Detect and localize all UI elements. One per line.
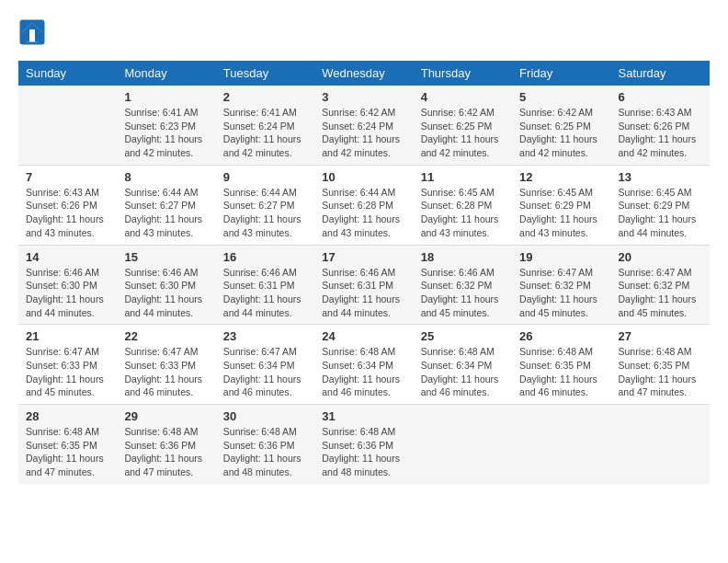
day-info: Sunrise: 6:48 AM Sunset: 6:34 PM Dayligh… — [421, 345, 505, 399]
calendar-cell: 17Sunrise: 6:46 AM Sunset: 6:31 PM Dayli… — [314, 245, 413, 325]
day-number: 18 — [421, 250, 505, 264]
day-number: 2 — [223, 90, 307, 104]
day-info: Sunrise: 6:48 AM Sunset: 6:35 PM Dayligh… — [519, 345, 603, 399]
calendar-cell: 26Sunrise: 6:48 AM Sunset: 6:35 PM Dayli… — [512, 325, 610, 405]
day-number: 31 — [322, 409, 405, 423]
day-info: Sunrise: 6:42 AM Sunset: 6:24 PM Dayligh… — [322, 106, 405, 160]
calendar-cell: 20Sunrise: 6:47 AM Sunset: 6:32 PM Dayli… — [611, 245, 710, 325]
day-info: Sunrise: 6:45 AM Sunset: 6:29 PM Dayligh… — [519, 186, 603, 240]
calendar-cell: 14Sunrise: 6:46 AM Sunset: 6:30 PM Dayli… — [18, 245, 117, 325]
calendar-cell — [414, 405, 512, 484]
day-number: 24 — [322, 329, 405, 343]
day-info: Sunrise: 6:48 AM Sunset: 6:35 PM Dayligh… — [26, 425, 109, 479]
day-number: 19 — [519, 250, 603, 264]
calendar-week-row: 28Sunrise: 6:48 AM Sunset: 6:35 PM Dayli… — [18, 405, 710, 484]
calendar-week-row: 14Sunrise: 6:46 AM Sunset: 6:30 PM Dayli… — [18, 245, 710, 325]
calendar-cell: 22Sunrise: 6:47 AM Sunset: 6:33 PM Dayli… — [117, 325, 215, 405]
day-info: Sunrise: 6:44 AM Sunset: 6:27 PM Dayligh… — [223, 186, 307, 240]
calendar-cell: 7Sunrise: 6:43 AM Sunset: 6:26 PM Daylig… — [18, 165, 117, 245]
day-info: Sunrise: 6:43 AM Sunset: 6:26 PM Dayligh… — [26, 186, 109, 240]
day-number: 30 — [223, 409, 307, 423]
day-info: Sunrise: 6:48 AM Sunset: 6:36 PM Dayligh… — [322, 425, 405, 479]
header — [18, 18, 710, 46]
calendar-cell: 2Sunrise: 6:41 AM Sunset: 6:24 PM Daylig… — [216, 86, 314, 165]
day-info: Sunrise: 6:48 AM Sunset: 6:34 PM Dayligh… — [322, 345, 405, 399]
calendar-cell: 31Sunrise: 6:48 AM Sunset: 6:36 PM Dayli… — [314, 405, 413, 484]
weekday-header-friday: Friday — [512, 61, 610, 86]
weekday-header-wednesday: Wednesday — [314, 61, 413, 86]
weekday-header-monday: Monday — [117, 61, 215, 86]
calendar-cell — [18, 86, 117, 165]
day-number: 14 — [26, 250, 109, 264]
calendar-cell: 15Sunrise: 6:46 AM Sunset: 6:30 PM Dayli… — [117, 245, 215, 325]
calendar-cell: 18Sunrise: 6:46 AM Sunset: 6:32 PM Dayli… — [414, 245, 512, 325]
calendar-cell: 28Sunrise: 6:48 AM Sunset: 6:35 PM Dayli… — [18, 405, 117, 484]
day-number: 6 — [619, 90, 702, 104]
logo — [18, 18, 48, 46]
calendar-cell: 25Sunrise: 6:48 AM Sunset: 6:34 PM Dayli… — [414, 325, 512, 405]
day-number: 3 — [322, 90, 405, 104]
day-number: 29 — [124, 409, 208, 423]
calendar-cell: 23Sunrise: 6:47 AM Sunset: 6:34 PM Dayli… — [216, 325, 314, 405]
calendar-cell: 1Sunrise: 6:41 AM Sunset: 6:23 PM Daylig… — [117, 86, 215, 165]
day-info: Sunrise: 6:47 AM Sunset: 6:32 PM Dayligh… — [619, 266, 702, 320]
day-info: Sunrise: 6:45 AM Sunset: 6:28 PM Dayligh… — [421, 186, 505, 240]
calendar-table: SundayMondayTuesdayWednesdayThursdayFrid… — [18, 61, 710, 484]
day-info: Sunrise: 6:41 AM Sunset: 6:24 PM Dayligh… — [223, 106, 307, 160]
day-number: 8 — [124, 170, 208, 184]
day-info: Sunrise: 6:42 AM Sunset: 6:25 PM Dayligh… — [421, 106, 505, 160]
calendar-cell: 11Sunrise: 6:45 AM Sunset: 6:28 PM Dayli… — [414, 165, 512, 245]
calendar-cell: 4Sunrise: 6:42 AM Sunset: 6:25 PM Daylig… — [414, 86, 512, 165]
day-number: 10 — [322, 170, 405, 184]
calendar-cell: 24Sunrise: 6:48 AM Sunset: 6:34 PM Dayli… — [314, 325, 413, 405]
day-number: 4 — [421, 90, 505, 104]
calendar-cell: 13Sunrise: 6:45 AM Sunset: 6:29 PM Dayli… — [611, 165, 710, 245]
calendar-cell: 12Sunrise: 6:45 AM Sunset: 6:29 PM Dayli… — [512, 165, 610, 245]
calendar-cell: 30Sunrise: 6:48 AM Sunset: 6:36 PM Dayli… — [216, 405, 314, 484]
calendar-cell: 10Sunrise: 6:44 AM Sunset: 6:28 PM Dayli… — [314, 165, 413, 245]
day-info: Sunrise: 6:47 AM Sunset: 6:34 PM Dayligh… — [223, 345, 307, 399]
weekday-header-thursday: Thursday — [414, 61, 512, 86]
day-number: 17 — [322, 250, 405, 264]
day-info: Sunrise: 6:41 AM Sunset: 6:23 PM Dayligh… — [124, 106, 208, 160]
calendar-cell — [611, 405, 710, 484]
day-number: 15 — [124, 250, 208, 264]
calendar-week-row: 1Sunrise: 6:41 AM Sunset: 6:23 PM Daylig… — [18, 86, 710, 165]
day-info: Sunrise: 6:46 AM Sunset: 6:30 PM Dayligh… — [26, 266, 109, 320]
day-info: Sunrise: 6:42 AM Sunset: 6:25 PM Dayligh… — [519, 106, 603, 160]
calendar-cell: 29Sunrise: 6:48 AM Sunset: 6:36 PM Dayli… — [117, 405, 215, 484]
day-number: 22 — [124, 329, 208, 343]
weekday-header-sunday: Sunday — [18, 61, 117, 86]
day-info: Sunrise: 6:46 AM Sunset: 6:31 PM Dayligh… — [322, 266, 405, 320]
logo-icon — [18, 18, 46, 46]
calendar-cell: 19Sunrise: 6:47 AM Sunset: 6:32 PM Dayli… — [512, 245, 610, 325]
day-info: Sunrise: 6:47 AM Sunset: 6:33 PM Dayligh… — [124, 345, 208, 399]
calendar-cell: 21Sunrise: 6:47 AM Sunset: 6:33 PM Dayli… — [18, 325, 117, 405]
calendar-cell: 27Sunrise: 6:48 AM Sunset: 6:35 PM Dayli… — [611, 325, 710, 405]
day-number: 11 — [421, 170, 505, 184]
day-info: Sunrise: 6:48 AM Sunset: 6:36 PM Dayligh… — [223, 425, 307, 479]
day-info: Sunrise: 6:46 AM Sunset: 6:31 PM Dayligh… — [223, 266, 307, 320]
calendar-cell: 8Sunrise: 6:44 AM Sunset: 6:27 PM Daylig… — [117, 165, 215, 245]
calendar-cell: 6Sunrise: 6:43 AM Sunset: 6:26 PM Daylig… — [611, 86, 710, 165]
day-info: Sunrise: 6:43 AM Sunset: 6:26 PM Dayligh… — [619, 106, 702, 160]
day-info: Sunrise: 6:47 AM Sunset: 6:33 PM Dayligh… — [26, 345, 109, 399]
day-info: Sunrise: 6:45 AM Sunset: 6:29 PM Dayligh… — [619, 186, 702, 240]
day-info: Sunrise: 6:46 AM Sunset: 6:32 PM Dayligh… — [421, 266, 505, 320]
day-number: 7 — [26, 170, 109, 184]
day-number: 23 — [223, 329, 307, 343]
day-info: Sunrise: 6:47 AM Sunset: 6:32 PM Dayligh… — [519, 266, 603, 320]
day-info: Sunrise: 6:44 AM Sunset: 6:27 PM Dayligh… — [124, 186, 208, 240]
weekday-header-row: SundayMondayTuesdayWednesdayThursdayFrid… — [18, 61, 710, 86]
weekday-header-saturday: Saturday — [611, 61, 710, 86]
calendar-cell — [512, 405, 610, 484]
day-number: 27 — [619, 329, 702, 343]
day-number: 16 — [223, 250, 307, 264]
day-number: 21 — [26, 329, 109, 343]
day-number: 12 — [519, 170, 603, 184]
day-info: Sunrise: 6:46 AM Sunset: 6:30 PM Dayligh… — [124, 266, 208, 320]
calendar-cell: 5Sunrise: 6:42 AM Sunset: 6:25 PM Daylig… — [512, 86, 610, 165]
day-number: 1 — [124, 90, 208, 104]
day-number: 20 — [619, 250, 702, 264]
day-number: 26 — [519, 329, 603, 343]
